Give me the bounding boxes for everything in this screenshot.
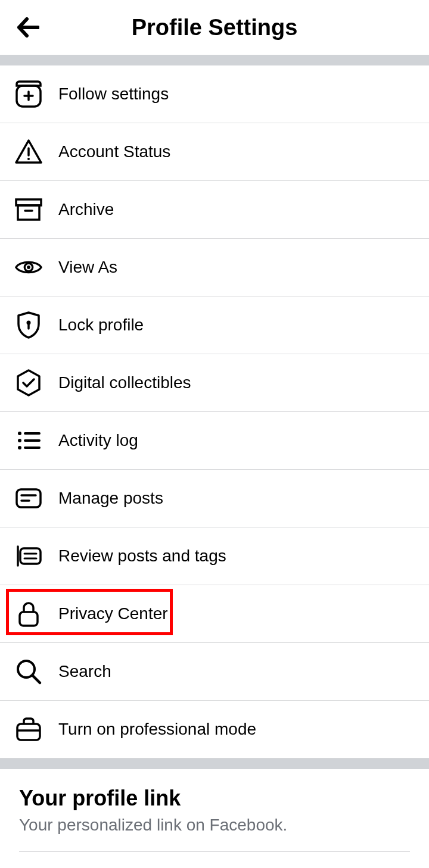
menu-item-professional-mode[interactable]: Turn on professional mode [0, 701, 429, 758]
menu-item-archive[interactable]: Archive [0, 181, 429, 239]
menu-item-search[interactable]: Search [0, 643, 429, 701]
review-tags-icon [14, 542, 43, 570]
back-button[interactable] [17, 17, 39, 38]
svg-rect-16 [17, 489, 41, 507]
menu-item-manage-posts[interactable]: Manage posts [0, 470, 429, 527]
menu-item-label: Digital collectibles [58, 373, 191, 392]
follow-icon [14, 80, 43, 108]
header: Profile Settings [0, 0, 429, 55]
menu-item-view-as[interactable]: View As [0, 239, 429, 296]
menu-item-digital-collectibles[interactable]: Digital collectibles [0, 354, 429, 412]
svg-point-7 [27, 266, 30, 269]
shield-lock-icon [14, 311, 43, 339]
svg-rect-4 [18, 205, 39, 220]
section-divider-thick [0, 758, 429, 769]
menu-item-label: View As [58, 258, 117, 277]
menu-item-label: Activity log [58, 431, 138, 450]
thin-divider [19, 851, 410, 852]
page-title: Profile Settings [14, 15, 415, 40]
menu-item-label: Search [58, 662, 111, 681]
menu-item-lock-profile[interactable]: Lock profile [0, 296, 429, 354]
settings-list: Follow settings Account Status Archive [0, 65, 429, 758]
profile-link-section: Your profile link Your personalized link… [0, 769, 429, 852]
menu-item-review-posts-tags[interactable]: Review posts and tags [0, 527, 429, 585]
svg-point-10 [18, 432, 21, 435]
menu-item-label: Account Status [58, 142, 170, 161]
profile-link-title: Your profile link [19, 786, 410, 811]
briefcase-icon [14, 715, 43, 744]
warning-icon [14, 138, 43, 166]
menu-item-label: Follow settings [58, 85, 169, 104]
menu-item-label: Turn on professional mode [58, 720, 256, 739]
menu-item-label: Lock profile [58, 316, 144, 335]
menu-item-follow-settings[interactable]: Follow settings [0, 65, 429, 123]
menu-item-label: Archive [58, 200, 114, 219]
manage-posts-icon [14, 484, 43, 513]
lock-icon [14, 600, 43, 628]
back-arrow-icon [17, 17, 39, 38]
search-icon [14, 657, 43, 686]
menu-item-privacy-center[interactable]: Privacy Center [0, 585, 429, 643]
svg-line-24 [33, 676, 40, 683]
hexagon-check-icon [14, 369, 43, 397]
svg-point-14 [18, 446, 21, 449]
section-divider-thick [0, 55, 429, 65]
activity-log-icon [14, 426, 43, 455]
svg-point-12 [18, 439, 21, 442]
archive-icon [14, 195, 43, 224]
menu-item-label: Privacy Center [58, 604, 168, 623]
menu-item-label: Review posts and tags [58, 547, 226, 566]
svg-point-2 [27, 158, 30, 160]
menu-item-account-status[interactable]: Account Status [0, 123, 429, 181]
menu-item-label: Manage posts [58, 489, 163, 508]
svg-rect-22 [20, 612, 38, 626]
profile-link-subtitle: Your personalized link on Facebook. [19, 816, 410, 835]
svg-rect-19 [20, 548, 41, 564]
svg-rect-25 [17, 724, 40, 740]
menu-item-activity-log[interactable]: Activity log [0, 412, 429, 470]
eye-icon [14, 253, 43, 282]
